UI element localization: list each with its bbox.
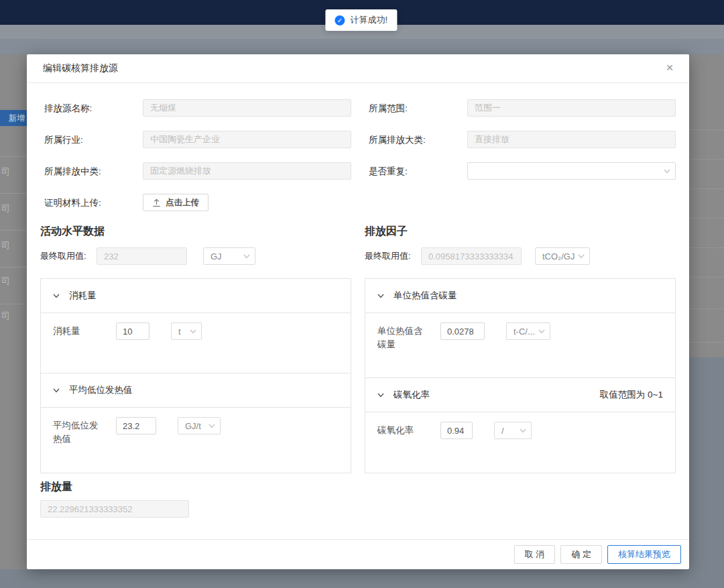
carbon-content-unit-select[interactable]: t-C/...: [506, 322, 550, 340]
table-row-divider: [690, 218, 724, 219]
select-value: GJ: [210, 251, 222, 261]
background-table-header: [0, 39, 724, 54]
row-label: 消耗量: [53, 322, 104, 338]
panel-title: 碳氧化率: [394, 389, 430, 401]
middle-category-input[interactable]: [143, 162, 351, 180]
table-row-text-fragment: 司: [1, 275, 15, 287]
check-circle-icon: ✓: [335, 15, 345, 25]
form-grid: 排放源名称: 所属范围: 所属行业: 所属排放大类: 所属排放中类: 是否重复:: [40, 99, 676, 211]
oxidation-rate-panel-header[interactable]: 碳氧化率 取值范围为 0~1: [365, 378, 675, 412]
carbon-content-panel: 单位热值含碳量 单位热值含碳量 t-C/...: [365, 279, 675, 377]
chevron-down-icon: [53, 388, 60, 393]
table-row-text-fragment: 司: [1, 239, 15, 251]
row-label: 平均低位发热值: [53, 417, 104, 446]
panel-body: 平均低位发热值 GJ/t: [41, 408, 351, 473]
close-icon[interactable]: ×: [661, 59, 678, 76]
chevron-down-icon: [190, 329, 196, 334]
table-row-divider: [690, 129, 724, 130]
ok-button[interactable]: 确 定: [560, 545, 602, 564]
modal-footer: 取 消 确 定 核算结果预览: [27, 539, 689, 569]
field-label: 所属排放大类:: [365, 131, 467, 148]
factor-final-row: 最终取用值: tCO₂/GJ: [365, 247, 676, 265]
consumption-unit-select[interactable]: t: [171, 322, 202, 340]
chevron-down-icon: [538, 329, 545, 334]
panel-body: 碳氧化率 /: [365, 412, 675, 473]
field-label: 所属排放中类:: [40, 162, 143, 180]
preview-results-button[interactable]: 核算结果预览: [607, 545, 681, 564]
toast-message: 计算成功!: [350, 14, 387, 26]
add-button-fragment[interactable]: 新增: [0, 110, 27, 126]
activity-final-row: 最终取用值: GJ: [40, 247, 351, 265]
consumption-panel-header[interactable]: 消耗量: [41, 279, 351, 313]
table-row-text-fragment: 司: [1, 202, 15, 215]
table-row-divider: [0, 304, 27, 304]
field-label: 所属行业:: [40, 131, 143, 148]
is-duplicate-select[interactable]: [467, 162, 676, 180]
field-proof-upload: 证明材料上传: 点击上传: [40, 194, 351, 211]
table-row-divider: [0, 156, 27, 157]
table-row-divider: [690, 188, 724, 189]
upload-button-label: 点击上传: [166, 197, 199, 209]
chevron-down-icon: [377, 393, 384, 398]
table-row-divider: [690, 247, 724, 248]
background-footer-area: [0, 569, 724, 588]
table-row-text-fragment: 司: [1, 310, 15, 322]
activity-title: 活动水平数据: [40, 225, 351, 239]
select-value: t: [178, 327, 181, 337]
chevron-down-icon: [578, 254, 585, 259]
carbon-content-panel-header[interactable]: 单位热值含碳量: [365, 279, 675, 313]
toast-success: ✓ 计算成功!: [325, 9, 397, 31]
chevron-down-icon: [377, 294, 384, 298]
field-label: 排放源名称:: [40, 99, 143, 117]
row-label: 单位热值含碳量: [377, 322, 428, 351]
oxidation-rate-unit-select[interactable]: /: [494, 422, 532, 439]
upload-button[interactable]: 点击上传: [143, 194, 208, 211]
table-row-divider: [690, 342, 724, 343]
chevron-down-icon: [664, 169, 670, 174]
field-is-duplicate: 是否重复:: [365, 162, 676, 180]
heating-value-input[interactable]: [116, 417, 156, 434]
edit-emission-source-modal: 编辑碳核算排放源 × 排放源名称: 所属范围: 所属行业: 所属排放大类: 所: [27, 54, 689, 569]
modal-body: 排放源名称: 所属范围: 所属行业: 所属排放大类: 所属排放中类: 是否重复:: [27, 83, 689, 539]
value-range-note: 取值范围为 0~1: [600, 389, 663, 401]
heating-value-panel-header[interactable]: 平均低位发热值: [41, 373, 351, 408]
activity-collapse: 消耗量 消耗量 t: [40, 278, 351, 473]
oxidation-rate-panel: 碳氧化率 取值范围为 0~1 碳氧化率 /: [365, 377, 675, 473]
consumption-input[interactable]: [116, 322, 149, 340]
select-value: t-C/...: [514, 327, 535, 337]
factor-final-unit-select[interactable]: tCO₂/GJ: [535, 247, 590, 265]
chevron-down-icon: [208, 424, 215, 428]
factor-title: 排放因子: [365, 225, 676, 239]
select-value: tCO₂/GJ: [542, 251, 575, 261]
field-label: 证明材料上传:: [40, 194, 143, 211]
table-row-divider: [0, 230, 27, 231]
section-grid: 活动水平数据 最终取用值: GJ 消耗量: [40, 225, 676, 473]
background-empty-area: [689, 357, 724, 569]
heating-value-unit-select[interactable]: GJ/t: [178, 417, 221, 434]
chevron-down-icon: [243, 254, 250, 259]
row-label: 碳氧化率: [377, 422, 428, 437]
cancel-button[interactable]: 取 消: [514, 545, 556, 564]
scope-input[interactable]: [467, 99, 676, 117]
table-row-divider: [0, 267, 27, 268]
field-scope: 所属范围:: [365, 99, 676, 117]
oxidation-rate-input[interactable]: [440, 422, 473, 439]
factor-collapse: 单位热值含碳量 单位热值含碳量 t-C/...: [365, 278, 676, 473]
panel-body: 单位热值含碳量 t-C/...: [365, 313, 675, 377]
activity-final-unit-select[interactable]: GJ: [203, 247, 255, 265]
emission-result-input[interactable]: [40, 500, 189, 518]
form-grid-spacer: [365, 194, 676, 211]
activity-final-input[interactable]: [97, 247, 187, 265]
carbon-content-input[interactable]: [440, 322, 485, 340]
panel-body: 消耗量 t: [41, 313, 351, 373]
factor-final-input[interactable]: [421, 247, 522, 265]
heating-value-panel: 平均低位发热值 平均低位发热值 GJ/t: [41, 373, 351, 473]
modal-header: 编辑碳核算排放源 ×: [27, 54, 689, 83]
major-category-input[interactable]: [467, 131, 676, 148]
modal-title: 编辑碳核算排放源: [43, 62, 118, 73]
chevron-down-icon: [53, 294, 60, 298]
panel-title: 消耗量: [69, 290, 97, 302]
source-name-input[interactable]: [143, 99, 351, 117]
table-row-divider: [690, 159, 724, 160]
industry-input[interactable]: [143, 131, 351, 148]
